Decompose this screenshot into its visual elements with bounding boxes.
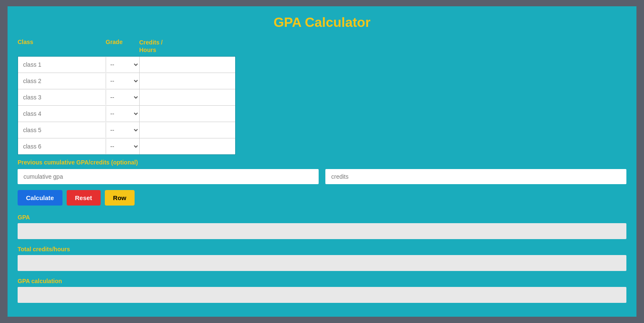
grade-select-2[interactable]: --A+AA-B+BB-C+CC-D+DD-F (106, 73, 140, 89)
gpa-display (18, 223, 626, 239)
class-name-input-2[interactable] (18, 73, 106, 89)
column-headers: Class Grade Credits /Hours (18, 39, 626, 54)
calculate-button[interactable]: Calculate (18, 190, 62, 206)
credits-input-3[interactable] (140, 90, 235, 105)
gpa-label: GPA (18, 214, 626, 221)
table-row: --A+AA-B+BB-C+CC-D+DD-F (18, 89, 235, 106)
grade-select-5[interactable]: --A+AA-B+BB-C+CC-D+DD-F (106, 122, 140, 138)
class-name-input-5[interactable] (18, 122, 106, 138)
buttons-row: Calculate Reset Row (18, 190, 626, 206)
cumulative-row (18, 169, 626, 184)
row-button[interactable]: Row (105, 190, 135, 206)
gpa-result-section: GPA (18, 214, 626, 239)
credits-input-4[interactable] (140, 106, 235, 121)
grade-select-3[interactable]: --A+AA-B+BB-C+CC-D+DD-F (106, 89, 140, 105)
grade-select-4[interactable]: --A+AA-B+BB-C+CC-D+DD-F (106, 106, 140, 122)
credits-input-1[interactable] (140, 57, 235, 72)
grade-select-1[interactable]: --A+AA-B+BB-C+CC-D+DD-F (106, 57, 140, 73)
class-name-input-4[interactable] (18, 106, 106, 121)
credits-input-6[interactable] (140, 139, 235, 154)
grade-select-6[interactable]: --A+AA-B+BB-C+CC-D+DD-F (106, 138, 140, 154)
table-row: --A+AA-B+BB-C+CC-D+DD-F (18, 138, 235, 154)
table-row: --A+AA-B+BB-C+CC-D+DD-F (18, 122, 235, 138)
cumulative-label: Previous cumulative GPA/credits (optiona… (18, 159, 626, 166)
table-row: --A+AA-B+BB-C+CC-D+DD-F (18, 57, 235, 73)
credits-input-2[interactable] (140, 73, 235, 89)
cumulative-gpa-input[interactable] (18, 169, 319, 184)
col-class-header: Class (18, 39, 106, 45)
total-credits-display (18, 255, 626, 271)
table-row: --A+AA-B+BB-C+CC-D+DD-F (18, 73, 235, 89)
page-title: GPA Calculator (18, 15, 626, 30)
total-credits-section: Total credits/hours (18, 246, 626, 271)
credits-input-5[interactable] (140, 122, 235, 138)
class-name-input-3[interactable] (18, 90, 106, 105)
reset-button[interactable]: Reset (67, 190, 101, 206)
table-row: --A+AA-B+BB-C+CC-D+DD-F (18, 106, 235, 122)
total-credits-label: Total credits/hours (18, 246, 626, 253)
col-grade-header: Grade (106, 39, 139, 45)
main-container: GPA Calculator Class Grade Credits /Hour… (8, 6, 636, 317)
col-credits-header: Credits /Hours (139, 39, 223, 54)
gpa-calculation-label: GPA calculation (18, 278, 626, 284)
gpa-calculation-section: GPA calculation (18, 278, 626, 303)
class-name-input-6[interactable] (18, 139, 106, 154)
class-table: --A+AA-B+BB-C+CC-D+DD-F--A+AA-B+BB-C+CC-… (18, 56, 236, 155)
gpa-calculation-display (18, 287, 626, 303)
class-name-input-1[interactable] (18, 57, 106, 72)
cumulative-credits-input[interactable] (325, 169, 626, 184)
